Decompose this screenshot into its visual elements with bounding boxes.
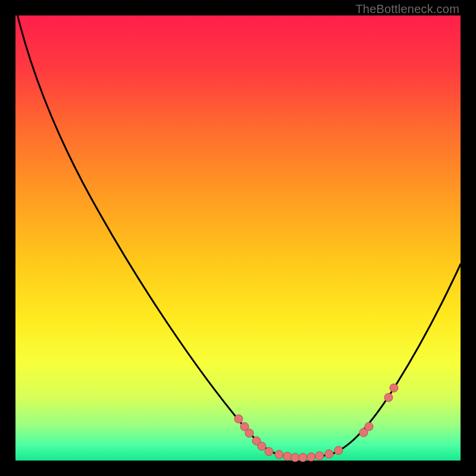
highlighted-dot (234, 415, 243, 423)
highlighted-dot (291, 453, 299, 462)
highlighted-dot (283, 452, 292, 461)
highlighted-dot (275, 450, 283, 459)
highlighted-dots-group (234, 384, 398, 462)
highlighted-dot (307, 453, 315, 461)
highlighted-dot (258, 442, 266, 450)
watermark-text: TheBottleneck.com (355, 2, 459, 16)
highlighted-dot (390, 384, 398, 392)
curve-layer (15, 15, 461, 461)
highlighted-dot (299, 453, 307, 462)
highlighted-dot (334, 446, 343, 455)
highlighted-dot (265, 447, 273, 456)
highlighted-dot (325, 450, 333, 458)
highlighted-dot (365, 422, 373, 431)
highlighted-dot (315, 452, 324, 460)
highlighted-dot (384, 393, 393, 402)
highlighted-dot (245, 429, 253, 437)
